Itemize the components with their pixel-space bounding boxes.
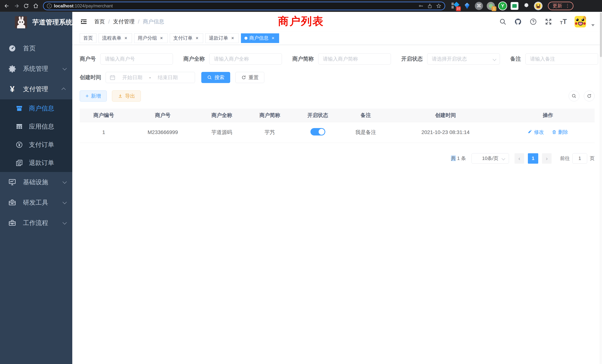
tab-refund-order[interactable]: 退款订单×	[205, 33, 239, 43]
sidebar-collapse-icon[interactable]	[80, 18, 88, 26]
profile-emoji-avatar[interactable]	[534, 1, 543, 10]
sidebar-item-label: 研发工具	[23, 198, 56, 207]
forward-arrow-icon	[14, 3, 19, 9]
status-select[interactable]	[427, 53, 500, 64]
briefcase-icon	[8, 218, 17, 227]
col-full-name: 商户全称	[198, 109, 246, 122]
full-name-label: 商户全称	[183, 55, 205, 63]
address-bar[interactable]: i localhost:1024/pay/merchant	[43, 2, 445, 10]
browser-menu-dots-icon[interactable]: ⋮	[565, 3, 570, 9]
remark-input[interactable]	[526, 53, 598, 64]
date-start-input[interactable]	[118, 75, 146, 80]
reset-button[interactable]: 重置	[235, 72, 264, 83]
extensions-puzzle-icon[interactable]	[522, 1, 531, 10]
sidebar-item-system[interactable]: 系统管理	[0, 59, 72, 79]
short-name-input[interactable]	[318, 53, 391, 64]
extension-badge-10: 10	[456, 6, 461, 11]
sidebar-subitem-app-info[interactable]: 应用信息	[0, 118, 72, 136]
status-select-input[interactable]	[427, 53, 500, 64]
extension-blocker-icon[interactable]: 10	[451, 1, 460, 10]
tab-process-form[interactable]: 流程表单×	[99, 33, 132, 43]
sidebar-item-label: 工作流程	[23, 219, 56, 227]
url-text[interactable]: localhost:1024/pay/merchant	[54, 3, 416, 9]
breadcrumb-payment[interactable]: 支付管理	[113, 18, 135, 25]
extension-proxy-icon[interactable]: 1	[486, 1, 495, 10]
bookmark-star-icon[interactable]	[436, 3, 441, 9]
prev-page-button[interactable]: ‹	[515, 153, 524, 164]
status-toggle-on[interactable]	[311, 128, 325, 136]
browser-home-button[interactable]	[32, 2, 40, 10]
sidebar-subitem-refund-order[interactable]: 退款订单	[0, 154, 72, 172]
col-remark: 备注	[342, 109, 390, 122]
font-size-icon[interactable]: TT	[560, 18, 567, 25]
breadcrumb-home[interactable]: 首页	[94, 18, 105, 25]
extension-gem-icon[interactable]	[463, 1, 472, 10]
key-icon[interactable]	[418, 3, 423, 9]
share-icon[interactable]	[427, 3, 432, 9]
merchant-no-input[interactable]	[100, 53, 173, 64]
full-name-input[interactable]	[209, 53, 282, 64]
tab-user-group[interactable]: 用户分组×	[134, 33, 168, 43]
pencil-icon	[528, 130, 533, 135]
page-1-button[interactable]: 1	[528, 153, 538, 164]
extensions-strip: 10 ⌘ 1 Y	[451, 1, 543, 10]
show-search-toggle-button[interactable]	[569, 91, 579, 101]
tab-home[interactable]: 首页	[80, 33, 96, 43]
pagination-total: 共 1 条	[451, 155, 466, 162]
page-info-icon[interactable]: i	[47, 3, 52, 8]
add-button[interactable]: + 新增	[80, 90, 107, 102]
delete-link[interactable]: 删除	[552, 129, 568, 136]
sidebar-subitem-pay-order[interactable]: 支付订单	[0, 136, 72, 154]
app-logo[interactable]: 芋道管理系统	[0, 12, 72, 33]
export-button[interactable]: 导出	[112, 90, 141, 102]
help-icon[interactable]	[529, 18, 537, 25]
date-end-input[interactable]	[154, 75, 182, 80]
search-icon[interactable]	[499, 18, 506, 25]
fullscreen-icon[interactable]	[545, 18, 552, 25]
browser-forward-button[interactable]	[12, 2, 21, 10]
close-icon[interactable]: ×	[230, 36, 235, 41]
col-merchant-id: 商户编号	[80, 109, 128, 122]
filter-row-2: 创建时间 - 搜索 重置	[80, 72, 595, 83]
chevron-down-icon	[63, 66, 67, 70]
goto-unit: 页	[590, 155, 595, 162]
browser-update-button[interactable]: 更新 ⋮	[548, 2, 573, 10]
extension-chat-icon[interactable]	[510, 1, 519, 10]
user-avatar-pikachu[interactable]	[575, 16, 586, 27]
page-scrollbar[interactable]	[600, 12, 602, 364]
edit-link[interactable]: 修改	[528, 129, 544, 136]
user-menu-caret-icon[interactable]	[591, 24, 595, 26]
close-icon[interactable]: ×	[123, 36, 129, 41]
sidebar: 芋道管理系统 首页 系统管理 ¥ 支付管理 商户信息	[0, 12, 72, 364]
chevron-down-icon	[502, 157, 505, 160]
next-page-button[interactable]: ›	[542, 153, 552, 164]
close-icon[interactable]: ×	[194, 36, 200, 41]
annotation-merchant-list: 商户列表	[278, 14, 324, 29]
browser-back-button[interactable]	[3, 2, 11, 10]
sidebar-item-infrastructure[interactable]: 基础设施	[0, 172, 72, 192]
date-range-picker[interactable]: -	[106, 72, 195, 83]
trash-icon	[552, 130, 557, 135]
close-icon[interactable]: ×	[159, 36, 164, 41]
search-button[interactable]: 搜索	[201, 72, 230, 83]
browser-reload-button[interactable]	[22, 2, 30, 10]
sidebar-item-dev-tools[interactable]: 研发工具	[0, 192, 72, 213]
sidebar-item-home[interactable]: 首页	[0, 38, 72, 59]
date-separator: -	[149, 75, 151, 80]
sidebar-item-workflow[interactable]: 工作流程	[0, 213, 72, 233]
goto-page-input[interactable]	[572, 153, 587, 164]
sidebar-item-payment[interactable]: ¥ 支付管理	[0, 79, 72, 99]
extension-command-icon[interactable]: ⌘	[474, 1, 483, 10]
tab-pay-order[interactable]: 支付订单×	[170, 33, 203, 43]
col-short-name: 商户简称	[246, 109, 294, 122]
close-icon[interactable]: ×	[270, 36, 276, 41]
github-icon[interactable]	[514, 18, 522, 25]
breadcrumb: 首页 / 支付管理 / 商户信息	[94, 18, 164, 25]
extension-y-icon[interactable]: Y	[498, 1, 507, 10]
sidebar-subitem-merchant-info[interactable]: 商户信息	[0, 99, 72, 118]
tab-merchant-info[interactable]: 商户信息×	[241, 33, 279, 43]
cell-merchant-id: 1	[80, 122, 128, 143]
back-arrow-icon	[4, 3, 10, 9]
refresh-table-button[interactable]	[584, 91, 595, 101]
page-size-select[interactable]: 10条/页	[472, 153, 509, 164]
